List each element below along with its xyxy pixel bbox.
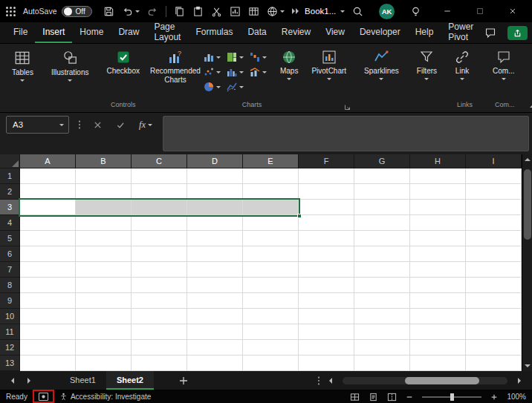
insert-column-chart-button[interactable] [202, 50, 225, 65]
scroll-up-icon[interactable] [525, 158, 531, 161]
maximize-button[interactable] [470, 4, 490, 18]
column-header-a[interactable]: A [20, 154, 76, 168]
cell-d6[interactable] [187, 246, 243, 262]
cell-i13[interactable] [466, 356, 522, 371]
column-header-c[interactable]: C [132, 154, 187, 168]
menu-item-data[interactable]: Data [240, 22, 273, 43]
cell-d3[interactable] [187, 200, 243, 215]
select-all-button[interactable] [0, 154, 20, 168]
cell-a4[interactable] [20, 215, 76, 231]
cell-c9[interactable] [132, 293, 187, 309]
workbook-title[interactable]: Book1... [305, 7, 345, 16]
cell-i5[interactable] [466, 231, 522, 246]
column-header-e[interactable]: E [243, 154, 299, 168]
autosave-toggle[interactable]: Off [62, 6, 92, 17]
sheet-tab-sheet2[interactable]: Sheet2 [106, 371, 154, 390]
cell-e12[interactable] [243, 340, 299, 356]
cell-g1[interactable] [354, 168, 410, 184]
share-button[interactable] [507, 26, 528, 40]
insert-pie-chart-button[interactable] [202, 79, 225, 94]
cell-e9[interactable] [243, 293, 299, 309]
cell-b13[interactable] [76, 356, 132, 371]
insert-table-button[interactable] [244, 4, 263, 19]
scroll-left-button[interactable] [322, 375, 339, 387]
cell-c10[interactable] [132, 309, 187, 324]
comments-icon[interactable] [481, 24, 500, 41]
cell-a10[interactable] [20, 309, 76, 324]
cell-h12[interactable] [410, 340, 466, 356]
cell-d11[interactable] [187, 324, 243, 340]
row-header-6[interactable]: 6 [0, 246, 20, 262]
cell-a12[interactable] [20, 340, 76, 356]
cell-d4[interactable] [187, 215, 243, 231]
insert-chart-button[interactable] [226, 4, 244, 19]
cell-b4[interactable] [76, 215, 132, 231]
cell-h13[interactable] [410, 356, 466, 371]
cell-c13[interactable] [132, 356, 187, 371]
cell-d10[interactable] [187, 309, 243, 324]
cell-a1[interactable] [20, 168, 76, 184]
more-commands-button[interactable] [288, 6, 302, 16]
cell-e8[interactable] [243, 278, 299, 293]
charts-dialog-launcher[interactable] [344, 104, 351, 111]
save-button[interactable] [100, 4, 118, 19]
cell-g11[interactable] [354, 324, 410, 340]
cancel-entry-button[interactable] [90, 119, 106, 131]
vertical-scrollbar[interactable] [522, 154, 532, 371]
cell-e10[interactable] [243, 309, 299, 324]
cell-g6[interactable] [354, 246, 410, 262]
cell-f10[interactable] [299, 309, 354, 324]
cell-i6[interactable] [466, 246, 522, 262]
row-header-3[interactable]: 3 [0, 200, 20, 215]
menu-item-draw[interactable]: Draw [111, 22, 146, 43]
menu-item-formulas[interactable]: Formulas [188, 22, 240, 43]
cell-a5[interactable] [20, 231, 76, 246]
row-header-13[interactable]: 13 [0, 356, 20, 371]
cell-c11[interactable] [132, 324, 187, 340]
menu-item-power-pivot[interactable]: Power Pivot [441, 22, 481, 43]
insert-function-button[interactable]: fx [135, 117, 156, 133]
cell-b7[interactable] [76, 262, 132, 278]
cell-h7[interactable] [410, 262, 466, 278]
zoom-slider[interactable] [422, 396, 481, 398]
cell-c12[interactable] [132, 340, 187, 356]
formula-input[interactable] [163, 116, 529, 151]
cell-c7[interactable] [132, 262, 187, 278]
cell-f3[interactable] [299, 200, 354, 215]
cell-b3[interactable] [76, 200, 132, 215]
row-header-5[interactable]: 5 [0, 231, 20, 246]
filters-button[interactable]: Filters [410, 47, 444, 82]
search-icon[interactable] [348, 4, 367, 19]
cell-c2[interactable] [132, 184, 187, 200]
cell-g7[interactable] [354, 262, 410, 278]
row-header-7[interactable]: 7 [0, 262, 20, 278]
insert-line-chart-button[interactable] [225, 79, 248, 94]
cell-i10[interactable] [466, 309, 522, 324]
cell-d2[interactable] [187, 184, 243, 200]
insert-statistic-chart-button[interactable] [225, 65, 248, 79]
menu-item-file[interactable]: File [6, 22, 35, 43]
cell-a3[interactable] [20, 200, 76, 215]
cell-i8[interactable] [466, 278, 522, 293]
cell-f12[interactable] [299, 340, 354, 356]
cell-e4[interactable] [243, 215, 299, 231]
cell-g3[interactable] [354, 200, 410, 215]
page-layout-view-button[interactable] [369, 393, 378, 402]
row-header-9[interactable]: 9 [0, 293, 20, 309]
cell-d9[interactable] [187, 293, 243, 309]
insert-scatter-chart-button[interactable] [202, 65, 225, 79]
column-header-g[interactable]: G [354, 154, 410, 168]
page-break-view-button[interactable] [387, 393, 397, 402]
cell-h6[interactable] [410, 246, 466, 262]
row-header-1[interactable]: 1 [0, 168, 20, 184]
tables-button[interactable]: Tables [5, 47, 40, 84]
cell-h2[interactable] [410, 184, 466, 200]
previous-sheet-button[interactable] [4, 375, 21, 387]
insert-waterfall-chart-button[interactable] [248, 50, 271, 65]
cell-e13[interactable] [243, 356, 299, 371]
lightbulb-icon[interactable] [406, 4, 425, 19]
column-header-i[interactable]: I [466, 154, 522, 168]
cell-b8[interactable] [76, 278, 132, 293]
cell-f8[interactable] [299, 278, 354, 293]
pivotchart-button[interactable]: PivotChart [305, 47, 353, 82]
